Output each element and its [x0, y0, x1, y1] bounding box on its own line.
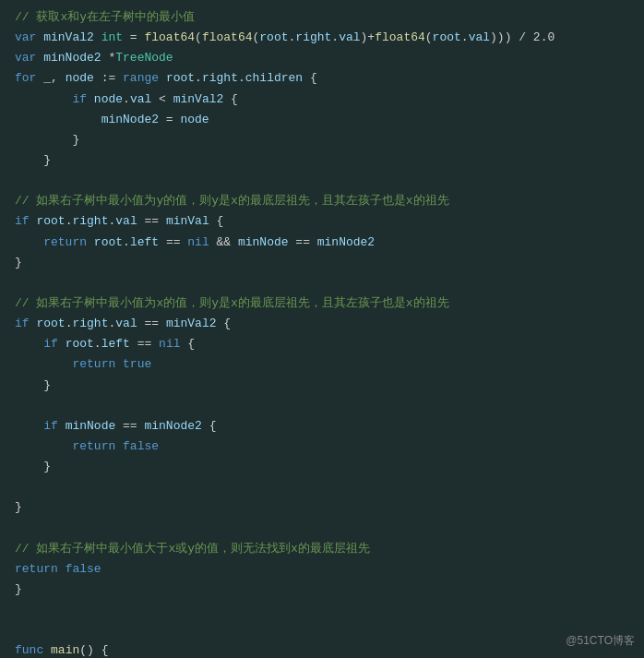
code-line: if node.val < minVal2 { [0, 90, 644, 110]
code-line: // 如果右子树中最小值为y的值，则y是x的最底层祖先，且其左孩子也是x的祖先 [0, 191, 644, 211]
code-line: } [0, 580, 644, 600]
code-line: return root.left == nil && minNode == mi… [0, 233, 644, 253]
watermark: @51CTO博客 [566, 633, 635, 649]
code-line: var minVal2 int = float64(float64(root.r… [0, 28, 644, 48]
code-line: return false [0, 559, 644, 580]
code-line [0, 600, 644, 620]
code-line [0, 519, 644, 539]
code-line: // 如果右子树中最小值为x的值，则y是x的最底层祖先，且其左孩子也是x的祖先 [0, 293, 644, 314]
code-line: func main() { [0, 640, 644, 658]
code-line: minNode2 = node [0, 110, 644, 130]
code-line: } [0, 150, 644, 171]
code-line: } [0, 253, 644, 273]
code-line: } [0, 457, 644, 477]
code-line: if minNode == minNode2 { [0, 416, 644, 437]
code-line: return false [0, 437, 644, 457]
code-line [0, 171, 644, 191]
code-line: for _, node := range root.right.children… [0, 68, 644, 89]
code-container: // 获取x和y在左子树中的最小值var minVal2 int = float… [0, 0, 644, 658]
code-line [0, 477, 644, 497]
code-line [0, 620, 644, 640]
code-line: // 获取x和y在左子树中的最小值 [0, 7, 644, 28]
code-line [0, 273, 644, 293]
code-line: var minNode2 *TreeNode [0, 48, 644, 68]
code-line: return true [0, 354, 644, 375]
code-line: if root.right.val == minVal { [0, 211, 644, 232]
code-line: } [0, 376, 644, 396]
code-line: } [0, 130, 644, 150]
code-line: if root.left == nil { [0, 334, 644, 354]
code-line [0, 396, 644, 416]
code-line: if root.right.val == minVal2 { [0, 314, 644, 334]
code-line: // 如果右子树中最小值大于x或y的值，则无法找到x的最底层祖先 [0, 539, 644, 559]
code-block: // 获取x和y在左子树中的最小值var minVal2 int = float… [0, 7, 644, 658]
code-line: } [0, 497, 644, 518]
